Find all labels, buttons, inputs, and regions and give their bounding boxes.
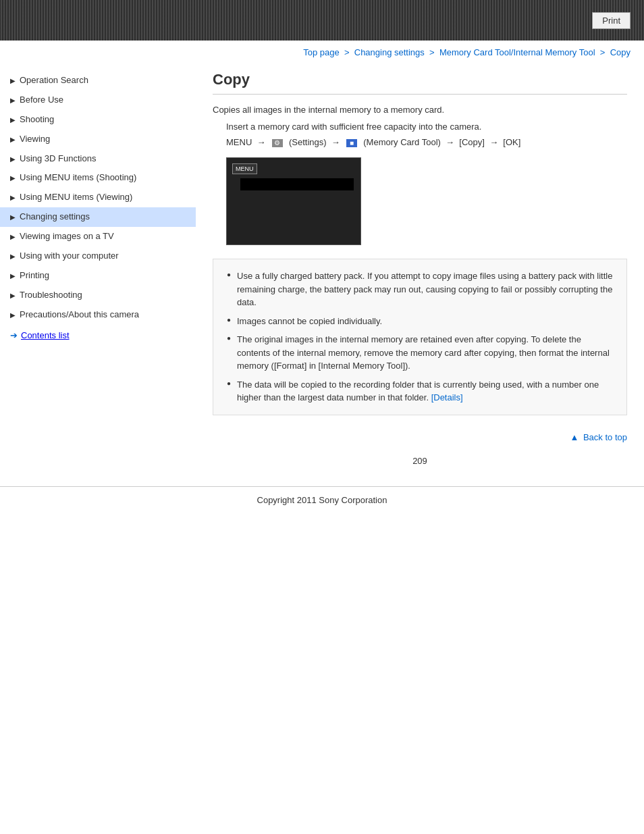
sidebar-item-3[interactable]: ▶Viewing xyxy=(0,130,196,149)
header: Print xyxy=(0,0,644,41)
sidebar: ▶Operation Search▶Before Use▶Shooting▶Vi… xyxy=(0,64,196,486)
sidebar-arrow-icon: ▶ xyxy=(10,232,16,241)
sidebar-item-label: Using 3D Functions xyxy=(20,153,96,165)
page-title: Copy xyxy=(213,64,627,95)
note-item: The data will be copied to the recording… xyxy=(227,378,613,405)
breadcrumb-memory-card-tool[interactable]: Memory Card Tool/Internal Memory Tool xyxy=(439,47,595,57)
sidebar-item-2[interactable]: ▶Shooting xyxy=(0,110,196,130)
sidebar-item-4[interactable]: ▶Using 3D Functions xyxy=(0,149,196,169)
sidebar-item-label: Before Use xyxy=(20,95,63,106)
back-to-top-link[interactable]: Back to top xyxy=(583,432,627,442)
sidebar-arrow-icon: ▶ xyxy=(10,76,16,85)
sidebar-item-label: Precautions/About this camera xyxy=(20,309,139,321)
sidebar-arrow-icon: ▶ xyxy=(10,291,16,300)
camera-screenshot: MENU xyxy=(226,157,361,245)
contents-list-label[interactable]: Contents list xyxy=(21,330,70,340)
intro-line2: Insert a memory card with sufficient fre… xyxy=(226,122,627,132)
sidebar-arrow-icon: ▶ xyxy=(10,311,16,319)
sidebar-arrow-icon: ▶ xyxy=(10,115,16,124)
sidebar-arrow-icon: ▶ xyxy=(10,193,16,202)
back-to-top-container: ▲ Back to top xyxy=(213,429,627,449)
note-item: Use a fully charged battery pack. If you… xyxy=(227,269,613,309)
notes-box: Use a fully charged battery pack. If you… xyxy=(213,259,627,415)
sidebar-arrow-icon: ▶ xyxy=(10,252,16,261)
note-item: Images cannot be copied individually. xyxy=(227,315,613,328)
sidebar-item-label: Using with your computer xyxy=(20,251,119,262)
sidebar-arrow-icon: ▶ xyxy=(10,213,16,221)
main-layout: ▶Operation Search▶Before Use▶Shooting▶Vi… xyxy=(0,64,644,486)
sidebar-arrow-icon: ▶ xyxy=(10,271,16,280)
settings-icon: ⚙ xyxy=(272,139,283,147)
camera-screen: MENU xyxy=(226,157,361,245)
intro-line1: Copies all images in the internal memory… xyxy=(213,105,627,115)
sidebar-item-11[interactable]: ▶Troubleshooting xyxy=(0,286,196,305)
menu-path: MENU → ⚙ (Settings) → ■ (Memory Card Too… xyxy=(226,137,627,147)
sidebar-item-5[interactable]: ▶Using MENU items (Shooting) xyxy=(0,168,196,188)
copyright-text: Copyright 2011 Sony Corporation xyxy=(257,495,387,505)
sidebar-item-label: Using MENU items (Viewing) xyxy=(20,192,132,203)
breadcrumb-changing-settings[interactable]: Changing settings xyxy=(354,47,425,57)
sidebar-item-label: Printing xyxy=(20,270,49,282)
breadcrumb: Top page > Changing settings > Memory Ca… xyxy=(0,41,644,64)
breadcrumb-copy[interactable]: Copy xyxy=(610,47,630,57)
sidebar-item-label: Shooting xyxy=(20,114,54,126)
contents-list-link[interactable]: ➔ Contents list xyxy=(0,325,196,346)
memcard-icon: ■ xyxy=(346,139,357,147)
sidebar-item-label: Using MENU items (Shooting) xyxy=(20,172,136,184)
sidebar-item-label: Operation Search xyxy=(20,75,88,86)
note-item: The original images in the internal memo… xyxy=(227,333,613,373)
sidebar-item-8[interactable]: ▶Viewing images on a TV xyxy=(0,227,196,246)
page-number: 209 xyxy=(213,449,627,473)
sidebar-item-label: Viewing xyxy=(20,134,50,145)
camera-menu-label: MENU xyxy=(232,163,257,174)
sidebar-item-0[interactable]: ▶Operation Search xyxy=(0,71,196,90)
print-button[interactable]: Print xyxy=(592,12,630,29)
page-footer: Copyright 2011 Sony Corporation xyxy=(0,486,644,513)
sidebar-item-7[interactable]: ▶Changing settings xyxy=(0,207,196,227)
sidebar-arrow-icon: ▶ xyxy=(10,96,16,105)
camera-list-item xyxy=(240,178,354,190)
sidebar-item-12[interactable]: ▶Precautions/About this camera xyxy=(0,305,196,325)
sidebar-item-6[interactable]: ▶Using MENU items (Viewing) xyxy=(0,188,196,207)
breadcrumb-top-page[interactable]: Top page xyxy=(303,47,340,57)
back-to-top-triangle-icon: ▲ xyxy=(570,432,579,442)
sidebar-item-label: Troubleshooting xyxy=(20,290,82,301)
details-link[interactable]: [Details] xyxy=(431,392,463,402)
notes-list: Use a fully charged battery pack. If you… xyxy=(227,269,613,405)
sidebar-item-1[interactable]: ▶Before Use xyxy=(0,90,196,110)
sidebar-item-label: Viewing images on a TV xyxy=(20,231,114,242)
sidebar-item-10[interactable]: ▶Printing xyxy=(0,266,196,286)
sidebar-arrow-icon: ▶ xyxy=(10,135,16,144)
sidebar-item-9[interactable]: ▶Using with your computer xyxy=(0,246,196,266)
sidebar-item-label: Changing settings xyxy=(20,211,90,223)
sidebar-arrow-icon: ▶ xyxy=(10,155,16,163)
main-content: Copy Copies all images in the internal m… xyxy=(196,64,644,486)
sidebar-arrow-icon: ▶ xyxy=(10,174,16,182)
contents-list-arrow-icon: ➔ xyxy=(10,330,18,340)
